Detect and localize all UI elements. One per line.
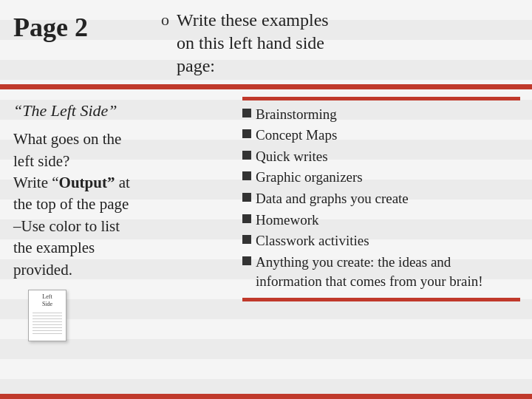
open-circle-icon: o xyxy=(161,12,169,28)
bullet-text-5: Data and graphs you create xyxy=(256,189,520,209)
body-line6: the examples xyxy=(13,239,95,256)
body-line5: –Use color to list xyxy=(13,217,120,235)
bullet-square-icon xyxy=(242,235,251,244)
mini-page-lines xyxy=(33,310,62,336)
mini-page-label: LeftSide xyxy=(42,293,52,307)
list-item: Classwork activities xyxy=(242,231,520,251)
body-line3-bold: Output” xyxy=(59,174,115,191)
bullet-text-7: Classwork activities xyxy=(256,231,520,251)
main-area: “The Left Side” What goes on the left si… xyxy=(0,89,532,394)
body-line7: provided. xyxy=(13,261,72,279)
bullet-text-3: Quick writes xyxy=(256,147,520,167)
bullet-text-2: Concept Maps xyxy=(256,126,520,146)
bullet-square-icon xyxy=(242,256,251,265)
left-body: What goes on the left side? Write “Outpu… xyxy=(13,129,223,281)
red-divider-bottom xyxy=(0,394,532,399)
bullet-square-icon xyxy=(242,151,251,160)
slide-content: Page 2 o Write these examples on this le… xyxy=(0,0,532,399)
bullet-square-icon xyxy=(242,214,251,223)
bullet-text-6: Homework xyxy=(256,211,520,231)
body-line1: What goes on the xyxy=(13,130,121,148)
list-item: Homework xyxy=(242,211,520,231)
bullet-square-icon xyxy=(242,129,251,138)
body-line4: the top of the page xyxy=(13,195,129,213)
mini-page-wrap: LeftSide xyxy=(13,290,223,341)
bullet-text-4: Graphic organizers xyxy=(256,168,520,188)
right-panel: Brainstorming Concept Maps Quick writes … xyxy=(236,89,532,394)
mini-page-illustration: LeftSide xyxy=(28,290,66,341)
header-bullet-section: o Write these examples on this left hand… xyxy=(161,9,519,78)
bullet-square-icon xyxy=(242,193,251,202)
bullet-square-icon xyxy=(242,171,251,180)
header-line3: page: xyxy=(177,56,215,75)
header-line2: on this left hand side xyxy=(177,33,324,52)
list-item: Anything you create: the ideas and infor… xyxy=(242,253,520,292)
list-item: Brainstorming xyxy=(242,105,520,125)
right-red-bottom xyxy=(242,298,520,301)
body-line3-suffix: at xyxy=(115,174,129,191)
list-item: Quick writes xyxy=(242,147,520,167)
body-line3-prefix: Write “ xyxy=(13,174,59,191)
list-item: Graphic organizers xyxy=(242,168,520,188)
header-text: Write these examples on this left hand s… xyxy=(177,9,329,78)
list-item: Concept Maps xyxy=(242,126,520,146)
right-red-top xyxy=(242,97,520,100)
body-line2: left side? xyxy=(13,152,69,170)
red-divider-top xyxy=(0,84,532,89)
left-title: “The Left Side” xyxy=(13,100,223,122)
header-row: Page 2 o Write these examples on this le… xyxy=(0,0,532,84)
left-panel: “The Left Side” What goes on the left si… xyxy=(0,89,236,394)
bullet-text-1: Brainstorming xyxy=(256,105,520,125)
page-title: Page 2 xyxy=(13,9,139,44)
bullet-text-8: Anything you create: the ideas and infor… xyxy=(256,253,520,292)
header-line1: Write these examples xyxy=(177,10,329,30)
list-item: Data and graphs you create xyxy=(242,189,520,209)
bullet-square-icon xyxy=(242,109,251,117)
